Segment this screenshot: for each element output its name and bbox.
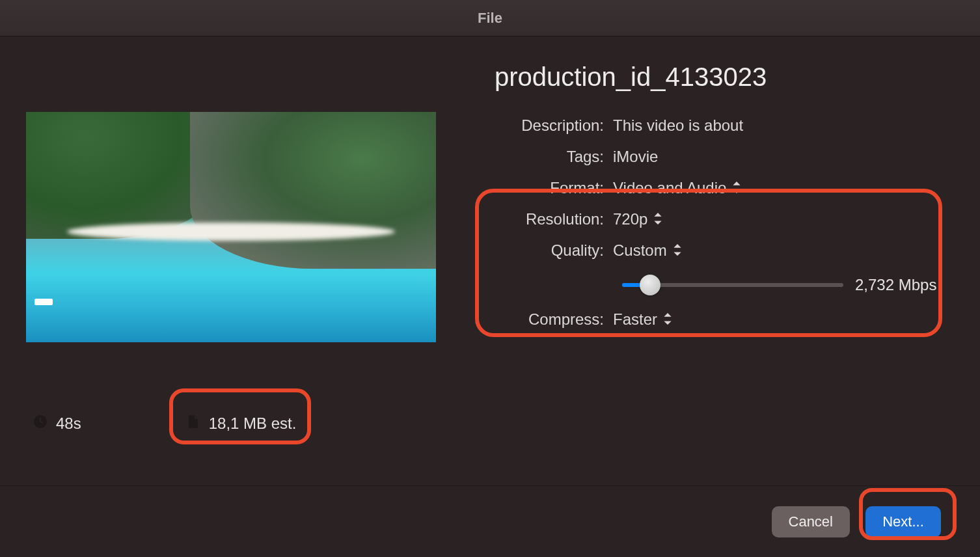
bitrate-value: 2,732 Mbps (855, 276, 936, 294)
updown-icon (672, 241, 683, 260)
updown-icon (653, 210, 663, 228)
compress-label: Compress: (495, 310, 613, 329)
quality-row: Quality: Custom (495, 235, 941, 266)
project-title: production_id_4133023 (495, 62, 941, 92)
description-label: Description: (495, 116, 613, 135)
duration-value: 48s (56, 414, 81, 433)
bitrate-row: 2,732 Mbps (495, 266, 941, 304)
description-value[interactable]: This video is about (613, 116, 743, 135)
file-icon (185, 414, 201, 433)
preview-meta: 48s 18,1 MB est. (33, 414, 442, 433)
description-row: Description: This video is about (495, 110, 941, 141)
tags-label: Tags: (495, 148, 613, 166)
resolution-label: Resolution: (495, 210, 613, 228)
updown-icon (731, 179, 742, 197)
next-button[interactable]: Next... (865, 506, 941, 537)
window-title: File (478, 10, 502, 27)
dialog-footer: Cancel Next... (0, 485, 980, 557)
updown-icon (662, 310, 673, 329)
compress-select[interactable]: Faster (613, 310, 673, 329)
resolution-select[interactable]: 720p (613, 210, 663, 228)
filesize-value: 18,1 MB est. (209, 414, 297, 433)
quality-select[interactable]: Custom (613, 241, 683, 260)
duration-meta: 48s (33, 414, 81, 433)
settings-pane: production_id_4133023 Description: This … (442, 62, 980, 485)
tags-value[interactable]: iMovie (613, 148, 658, 166)
resolution-row: Resolution: 720p (495, 204, 941, 235)
format-row: Format: Video and Audio (495, 172, 941, 204)
preview-pane: 48s 18,1 MB est. (26, 62, 442, 485)
filesize-meta: 18,1 MB est. (185, 414, 297, 433)
format-select[interactable]: Video and Audio (613, 179, 742, 197)
quality-label: Quality: (495, 241, 613, 260)
clock-icon (33, 414, 48, 433)
cancel-button[interactable]: Cancel (772, 506, 850, 537)
slider-thumb[interactable] (640, 275, 660, 295)
format-label: Format: (495, 179, 613, 197)
bitrate-slider[interactable] (622, 283, 843, 287)
tags-row: Tags: iMovie (495, 141, 941, 172)
titlebar: File (0, 0, 980, 36)
video-thumbnail (26, 112, 436, 342)
dialog-content: 48s 18,1 MB est. production_id_4133023 D… (0, 36, 980, 485)
compress-row: Compress: Faster (495, 304, 941, 335)
